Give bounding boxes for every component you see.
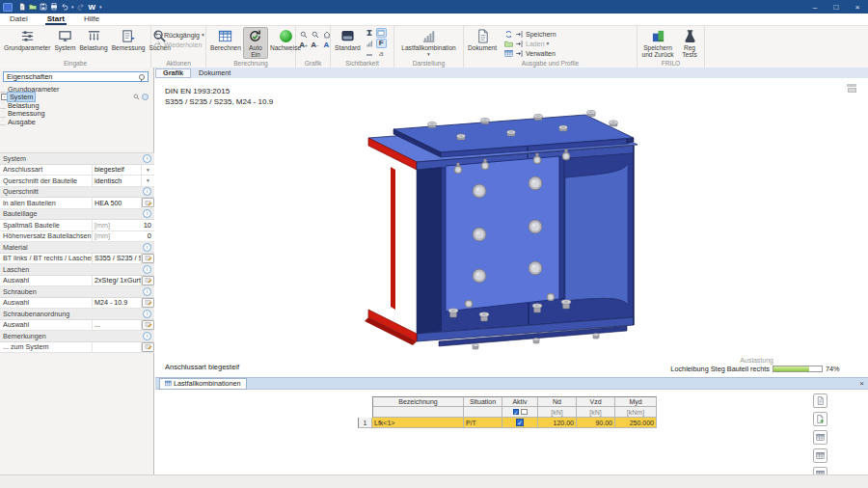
pin-icon[interactable]	[139, 74, 145, 80]
reg-tests-button[interactable]: Reg Tests	[676, 27, 703, 59]
print-icon[interactable]	[48, 2, 59, 13]
table-import-button[interactable]	[813, 448, 827, 463]
tab-start[interactable]: Start	[38, 14, 74, 25]
profil-verwalten-button[interactable]: Verwalten	[504, 48, 556, 58]
search-icon[interactable]	[133, 94, 140, 100]
chart-visibility-icon[interactable]	[365, 39, 375, 48]
info-icon[interactable]: i	[143, 209, 151, 218]
tab-hilfe[interactable]: Hilfe	[74, 14, 109, 25]
info-icon[interactable]: i	[143, 287, 151, 296]
quick-access-w-button[interactable]: W	[87, 3, 98, 12]
properties-header[interactable]: Eigenschaften	[3, 71, 149, 82]
info-icon[interactable]: i	[143, 332, 151, 340]
new-document-icon[interactable]	[16, 2, 27, 13]
info-icon[interactable]: i	[143, 265, 151, 274]
undo-icon[interactable]	[59, 2, 69, 13]
tab-grafik[interactable]: Grafik	[155, 68, 191, 78]
edit-icon[interactable]	[142, 298, 154, 308]
force-labels-toggle[interactable]: F	[376, 39, 387, 48]
edit-icon[interactable]	[142, 342, 154, 352]
col-situation[interactable]: Situation	[464, 396, 502, 407]
tab-datei[interactable]: Datei	[0, 14, 38, 25]
font-decrease-button[interactable]: A−	[310, 41, 320, 50]
graphics-canvas[interactable]: DIN EN 1993:2015 S355 / S235 / S235, M24…	[155, 78, 868, 377]
property-row-spaltmass[interactable]: Spaltmaß Bauteile[mm]10	[0, 220, 154, 231]
panel-visibility-icon[interactable]	[376, 28, 387, 38]
profil-speichern-button[interactable]: Speichern	[504, 29, 556, 39]
system-button[interactable]: System	[52, 27, 77, 52]
property-row-querschnitt-bauteile[interactable]: Querschnitt der Bauteileidentisch▾	[0, 176, 154, 187]
property-row-anordnung-auswahl[interactable]: Auswahl...	[0, 320, 154, 332]
col-nd[interactable]: Nd	[538, 396, 577, 407]
tree-item-belastung[interactable]: ·—Belastung	[0, 101, 154, 110]
property-row-hoehenversatz[interactable]: Höhenversatz Bauteilachsen[mm]0	[0, 231, 154, 243]
font-increase-button[interactable]: A+	[298, 41, 309, 50]
cell-nd[interactable]: 120.00	[538, 418, 577, 428]
uncheck-all-checkbox[interactable]	[521, 409, 528, 416]
edit-icon[interactable]	[142, 320, 154, 330]
col-vzd[interactable]: Vzd	[577, 396, 615, 407]
cell-situation[interactable]: P/T	[464, 418, 502, 428]
cell-myd[interactable]: 250.000	[615, 418, 657, 428]
bemessung-button[interactable]: Bemessung	[110, 27, 148, 52]
profil-laden-button[interactable]: Laden ▾	[504, 39, 556, 48]
property-row-schrauben-auswahl[interactable]: AuswahlM24 - 10.9	[0, 298, 154, 310]
belastung-button[interactable]: Belastung	[77, 27, 109, 52]
redo-button[interactable]: Wiederholen	[153, 40, 202, 49]
add-row-button[interactable]	[813, 412, 827, 426]
info-icon[interactable]: i	[143, 310, 151, 318]
zoom-in-icon[interactable]	[298, 30, 309, 40]
open-folder-icon[interactable]	[27, 2, 38, 13]
info-icon[interactable]: i	[143, 187, 151, 196]
auto-ein-toggle[interactable]: Auto Ein	[243, 27, 268, 59]
speichern-und-zurueck-button[interactable]: Speichern und Zurück	[639, 27, 676, 59]
cell-bezeichnung[interactable]: Lfk<1>	[372, 418, 464, 428]
nav-circle-icon[interactable]	[142, 94, 149, 100]
quick-access-dropdown-icon[interactable]: ▾	[97, 4, 104, 10]
panel-close-icon[interactable]: ×	[859, 378, 864, 389]
tab-dokument[interactable]: Dokument	[191, 68, 238, 78]
tree-item-bemessung[interactable]: ·—Bemessung	[0, 110, 154, 119]
dropdown-caret-icon[interactable]: ▾	[147, 177, 149, 183]
tab-lastfallkombinationen[interactable]: Lastfallkombinationen	[160, 379, 246, 389]
close-button[interactable]: ×	[847, 0, 868, 14]
standard-view-button[interactable]: Standard	[333, 27, 363, 52]
property-row-material-bt[interactable]: BT links / BT rechts / LaschenS355 / S23…	[0, 254, 154, 265]
check-all-checkbox[interactable]: ✓	[513, 409, 520, 416]
grundparameter-button[interactable]: Grundparameter	[2, 27, 52, 52]
dimension-visibility-icon[interactable]	[365, 49, 375, 59]
property-row-in-allen-bauteilen[interactable]: in allen BauteilenHEA 500	[0, 198, 154, 209]
col-bezeichnung[interactable]: Bezeichnung	[372, 396, 464, 407]
info-icon[interactable]: i	[143, 243, 151, 252]
edit-icon[interactable]	[142, 254, 154, 263]
col-myd[interactable]: Myd	[615, 396, 657, 407]
col-aktiv[interactable]: Aktiv	[502, 396, 538, 407]
redo-icon[interactable]	[76, 2, 87, 13]
table-row[interactable]: 1 Lfk<1> P/T ✓ 120.00 90.00 250.000	[358, 418, 657, 428]
tree-item-ausgabe[interactable]: ·—Ausgabe	[0, 118, 154, 126]
property-row-laschen-auswahl[interactable]: Auswahl2xSteg/ 1xGurt.o/ 1xGurt.u	[0, 276, 154, 287]
info-icon[interactable]: i	[143, 154, 151, 163]
ibeam-visibility-icon[interactable]	[365, 28, 375, 38]
view-scale-widget[interactable]	[841, 84, 856, 97]
lastfallkombination-dropdown[interactable]: Lastfallkombination ▾	[399, 27, 457, 58]
tree-item-system[interactable]: -System	[0, 94, 154, 102]
minimize-button[interactable]: –	[804, 0, 826, 14]
text-visibility-icon[interactable]: a	[376, 49, 387, 59]
aktiv-checkbox[interactable]: ✓	[516, 419, 524, 426]
save-icon[interactable]	[38, 2, 48, 13]
model-3d-beam-splice[interactable]	[347, 106, 665, 366]
cell-vzd[interactable]: 90.00	[577, 418, 615, 428]
edit-icon[interactable]	[142, 198, 154, 207]
table-view-button[interactable]	[813, 430, 827, 445]
dropdown-caret-icon[interactable]: ▾	[147, 167, 149, 173]
edit-icon[interactable]	[142, 276, 154, 285]
property-row-anschlussart[interactable]: Anschlussartbiegesteif▾	[0, 165, 154, 176]
copy-button[interactable]	[813, 393, 827, 408]
maximize-button[interactable]: □	[826, 0, 847, 14]
tree-item-grundparameter[interactable]: ·—Grundparameter	[0, 85, 154, 94]
zoom-out-icon[interactable]	[310, 30, 320, 40]
dokument-button[interactable]: Dokument	[466, 27, 499, 52]
property-row-bemerkung-system[interactable]: ... zum System	[0, 342, 154, 354]
undo-button[interactable]: Rückgängig ▾	[153, 30, 204, 40]
